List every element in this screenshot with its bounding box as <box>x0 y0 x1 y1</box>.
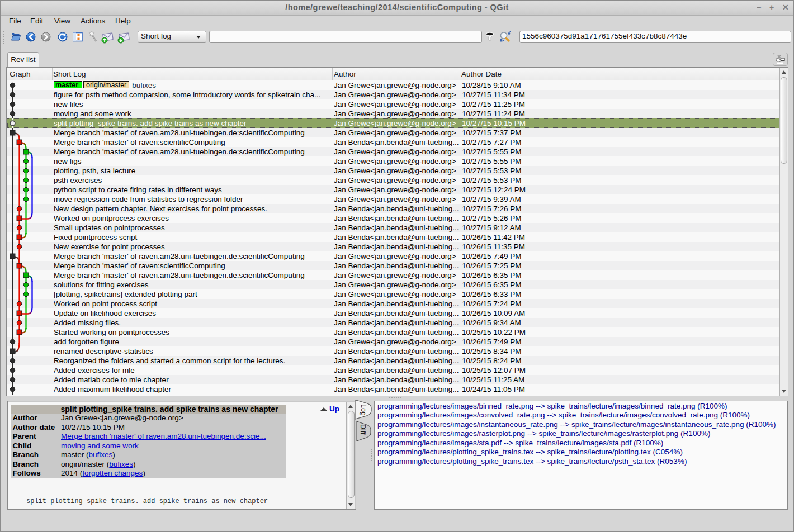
svg-text:Diff: Diff <box>359 424 367 435</box>
svg-text:Log: Log <box>360 404 367 416</box>
